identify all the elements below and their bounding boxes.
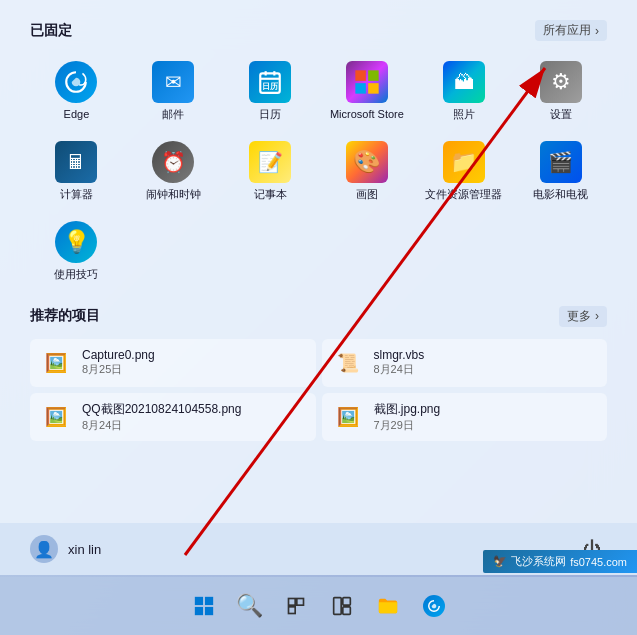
recent-file-1-name: slmgr.vbs — [374, 348, 425, 362]
recent-file-2[interactable]: 🖼️ QQ截图20210824104558.png 8月24日 — [30, 393, 316, 441]
calc-icon: 🖩 — [55, 141, 97, 183]
all-apps-button[interactable]: 所有应用 › — [535, 20, 607, 41]
recent-file-3-date: 7月29日 — [374, 418, 441, 433]
photos-icon: 🏔 — [443, 61, 485, 103]
recent-file-0-icon: 🖼️ — [40, 347, 72, 379]
recent-file-2-date: 8月24日 — [82, 418, 241, 433]
tips-icon: 💡 — [55, 221, 97, 263]
clock-icon: ⏰ — [152, 141, 194, 183]
app-notepad[interactable]: 📝 记事本 — [224, 133, 317, 209]
app-explorer-label: 文件资源管理器 — [425, 188, 502, 201]
watermark-domain: fs0745.com — [570, 556, 627, 568]
app-store[interactable]: Microsoft Store — [321, 53, 414, 129]
taskbar-snap[interactable] — [321, 585, 363, 627]
app-calc-label: 计算器 — [60, 188, 93, 201]
svg-rect-15 — [288, 599, 295, 606]
app-movies-label: 电影和电视 — [533, 188, 588, 201]
taskbar-edge[interactable] — [413, 585, 455, 627]
watermark: 🦅 飞沙系统网 fs0745.com — [483, 550, 637, 573]
svg-rect-17 — [288, 607, 295, 614]
user-info[interactable]: 👤 xin lin — [30, 535, 101, 563]
recent-file-3-icon: 🖼️ — [332, 401, 364, 433]
watermark-icon: 🦅 — [493, 555, 507, 568]
svg-rect-7 — [355, 70, 366, 81]
app-calculator[interactable]: 🖩 计算器 — [30, 133, 123, 209]
username: xin lin — [68, 542, 101, 557]
app-photos-label: 照片 — [453, 108, 475, 121]
pinned-title: 已固定 — [30, 22, 72, 40]
taskbar: 🔍 — [0, 577, 637, 635]
svg-rect-12 — [204, 597, 212, 605]
recommended-header: 推荐的项目 更多 › — [30, 306, 607, 327]
recent-file-1-date: 8月24日 — [374, 362, 425, 377]
app-clock-label: 闹钟和时钟 — [146, 188, 201, 201]
app-settings[interactable]: ⚙ 设置 — [514, 53, 607, 129]
app-edge-label: Edge — [64, 108, 90, 121]
taskbar-explorer[interactable] — [367, 585, 409, 627]
taskbar-taskview[interactable] — [275, 585, 317, 627]
watermark-text: 飞沙系统网 — [511, 554, 566, 569]
settings-icon: ⚙ — [540, 61, 582, 103]
svg-text:日历: 日历 — [262, 82, 278, 91]
recommended-title: 推荐的项目 — [30, 307, 100, 325]
app-edge[interactable]: Edge — [30, 53, 123, 129]
more-button[interactable]: 更多 › — [559, 306, 607, 327]
svg-rect-16 — [296, 599, 303, 606]
taskbar-search[interactable]: 🔍 — [229, 585, 271, 627]
svg-rect-13 — [194, 607, 202, 615]
recent-file-0-date: 8月25日 — [82, 362, 155, 377]
app-calendar-label: 日历 — [259, 108, 281, 121]
app-movies[interactable]: 🎬 电影和电视 — [514, 133, 607, 209]
notepad-icon: 📝 — [249, 141, 291, 183]
app-clock[interactable]: ⏰ 闹钟和时钟 — [127, 133, 220, 209]
app-tips[interactable]: 💡 使用技巧 — [30, 213, 123, 289]
app-calendar[interactable]: 日历 日历 — [224, 53, 317, 129]
svg-rect-9 — [355, 83, 366, 94]
mail-icon: ✉ — [152, 61, 194, 103]
recent-file-3[interactable]: 🖼️ 截图.jpg.png 7月29日 — [322, 393, 608, 441]
svg-rect-18 — [333, 598, 341, 615]
movies-icon: 🎬 — [540, 141, 582, 183]
edge-icon — [55, 61, 97, 103]
recent-file-2-name: QQ截图20210824104558.png — [82, 401, 241, 418]
svg-rect-19 — [342, 598, 350, 606]
app-settings-label: 设置 — [550, 108, 572, 121]
app-tips-label: 使用技巧 — [54, 268, 98, 281]
app-mail[interactable]: ✉ 邮件 — [127, 53, 220, 129]
app-mail-label: 邮件 — [162, 108, 184, 121]
pinned-section-header: 已固定 所有应用 › — [30, 20, 607, 41]
store-icon — [346, 61, 388, 103]
recent-file-0-name: Capture0.png — [82, 348, 155, 362]
recent-file-3-name: 截图.jpg.png — [374, 401, 441, 418]
svg-rect-8 — [368, 70, 379, 81]
svg-rect-20 — [342, 607, 350, 615]
start-menu: 已固定 所有应用 › Edge ✉ 邮件 — [0, 0, 637, 575]
recent-file-1[interactable]: 📜 slmgr.vbs 8月24日 — [322, 339, 608, 387]
svg-rect-10 — [368, 83, 379, 94]
recent-file-1-icon: 📜 — [332, 347, 364, 379]
svg-rect-11 — [194, 597, 202, 605]
taskbar-start[interactable] — [183, 585, 225, 627]
pinned-apps-grid: Edge ✉ 邮件 日历 日历 — [30, 53, 607, 290]
paint-icon: 🎨 — [346, 141, 388, 183]
explorer-icon: 📁 — [443, 141, 485, 183]
app-paint[interactable]: 🎨 画图 — [321, 133, 414, 209]
recent-file-0[interactable]: 🖼️ Capture0.png 8月25日 — [30, 339, 316, 387]
user-avatar: 👤 — [30, 535, 58, 563]
app-paint-label: 画图 — [356, 188, 378, 201]
recommended-section: 推荐的项目 更多 › 🖼️ Capture0.png 8月25日 📜 slmgr… — [30, 306, 607, 441]
app-store-label: Microsoft Store — [330, 108, 404, 121]
app-photos[interactable]: 🏔 照片 — [417, 53, 510, 129]
app-notepad-label: 记事本 — [254, 188, 287, 201]
calendar-icon: 日历 — [249, 61, 291, 103]
svg-rect-14 — [204, 607, 212, 615]
recent-files-grid: 🖼️ Capture0.png 8月25日 📜 slmgr.vbs 8月24日 … — [30, 339, 607, 441]
recent-file-2-icon: 🖼️ — [40, 401, 72, 433]
app-explorer[interactable]: 📁 文件资源管理器 — [417, 133, 510, 209]
